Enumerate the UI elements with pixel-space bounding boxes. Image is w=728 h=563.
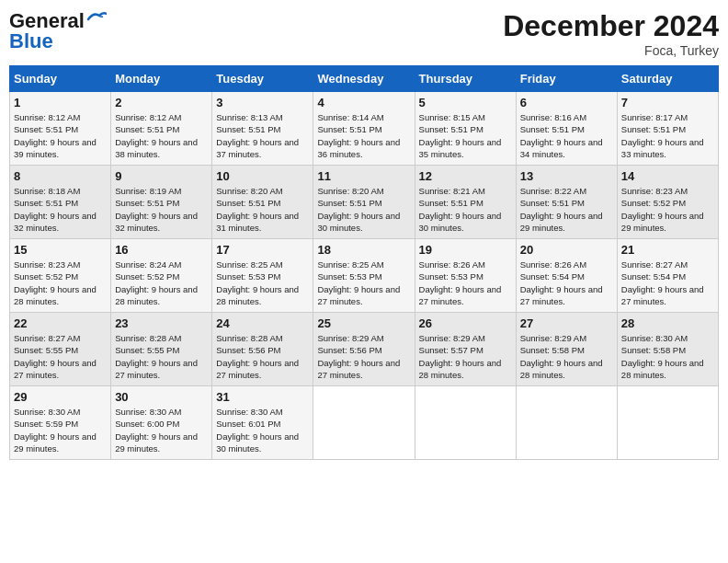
day-number: 12	[419, 169, 512, 183]
day-number: 31	[216, 390, 309, 404]
weekday-sunday: Sunday	[10, 66, 111, 92]
day-number: 4	[317, 96, 410, 109]
day-number: 22	[14, 316, 107, 330]
day-number: 18	[317, 243, 410, 257]
calendar-cell: 26Sunrise: 8:29 AMSunset: 5:57 PMDayligh…	[415, 313, 516, 386]
calendar-cell: 24Sunrise: 8:28 AMSunset: 5:56 PMDayligh…	[212, 313, 313, 386]
weekday-header-row: SundayMondayTuesdayWednesdayThursdayFrid…	[10, 66, 719, 92]
day-info: Sunrise: 8:27 AMSunset: 5:55 PMDaylight:…	[14, 332, 107, 381]
calendar-cell: 31Sunrise: 8:30 AMSunset: 6:01 PMDayligh…	[212, 386, 313, 460]
calendar-cell: 21Sunrise: 8:27 AMSunset: 5:54 PMDayligh…	[617, 239, 718, 313]
day-info: Sunrise: 8:29 AMSunset: 5:56 PMDaylight:…	[317, 332, 410, 381]
weekday-wednesday: Wednesday	[313, 66, 415, 92]
day-number: 15	[14, 243, 107, 257]
day-info: Sunrise: 8:25 AMSunset: 5:53 PMDaylight:…	[317, 259, 410, 307]
day-number: 28	[621, 316, 714, 330]
day-info: Sunrise: 8:30 AMSunset: 6:00 PMDaylight:…	[115, 406, 208, 454]
calendar-week-1: 1Sunrise: 8:12 AMSunset: 5:51 PMDaylight…	[10, 92, 719, 166]
calendar-cell: 22Sunrise: 8:27 AMSunset: 5:55 PMDayligh…	[10, 313, 111, 386]
day-number: 19	[419, 243, 512, 257]
calendar-table: SundayMondayTuesdayWednesdayThursdayFrid…	[9, 65, 719, 460]
day-number: 27	[520, 316, 613, 330]
calendar-cell: 5Sunrise: 8:15 AMSunset: 5:51 PMDaylight…	[415, 92, 516, 166]
weekday-tuesday: Tuesday	[212, 66, 313, 92]
day-info: Sunrise: 8:13 AMSunset: 5:51 PMDaylight:…	[216, 111, 309, 160]
logo-bird-icon	[86, 10, 107, 25]
calendar-cell: 23Sunrise: 8:28 AMSunset: 5:55 PMDayligh…	[111, 313, 212, 386]
calendar-cell: 8Sunrise: 8:18 AMSunset: 5:51 PMDaylight…	[10, 166, 111, 239]
day-info: Sunrise: 8:27 AMSunset: 5:54 PMDaylight:…	[621, 259, 714, 307]
calendar-week-5: 29Sunrise: 8:30 AMSunset: 5:59 PMDayligh…	[10, 386, 719, 460]
day-number: 7	[621, 96, 714, 109]
calendar-cell: 3Sunrise: 8:13 AMSunset: 5:51 PMDaylight…	[212, 92, 313, 166]
calendar-cell: 28Sunrise: 8:30 AMSunset: 5:58 PMDayligh…	[617, 313, 718, 386]
day-number: 11	[317, 169, 410, 183]
calendar-week-3: 15Sunrise: 8:23 AMSunset: 5:52 PMDayligh…	[10, 239, 719, 313]
day-info: Sunrise: 8:15 AMSunset: 5:51 PMDaylight:…	[419, 111, 512, 160]
day-info: Sunrise: 8:29 AMSunset: 5:57 PMDaylight:…	[419, 332, 512, 381]
calendar-cell: 4Sunrise: 8:14 AMSunset: 5:51 PMDaylight…	[313, 92, 415, 166]
calendar-cell: 12Sunrise: 8:21 AMSunset: 5:51 PMDayligh…	[415, 166, 516, 239]
calendar-week-2: 8Sunrise: 8:18 AMSunset: 5:51 PMDaylight…	[10, 166, 719, 239]
day-number: 9	[115, 169, 208, 183]
page-header: General Blue December 2024 Foca, Turkey	[9, 9, 719, 58]
calendar-cell: 11Sunrise: 8:20 AMSunset: 5:51 PMDayligh…	[313, 166, 415, 239]
day-info: Sunrise: 8:28 AMSunset: 5:56 PMDaylight:…	[216, 332, 309, 381]
calendar-cell: 18Sunrise: 8:25 AMSunset: 5:53 PMDayligh…	[313, 239, 415, 313]
day-info: Sunrise: 8:30 AMSunset: 5:59 PMDaylight:…	[14, 406, 107, 454]
day-number: 30	[115, 390, 208, 404]
day-number: 20	[520, 243, 613, 257]
calendar-cell: 17Sunrise: 8:25 AMSunset: 5:53 PMDayligh…	[212, 239, 313, 313]
calendar-body: 1Sunrise: 8:12 AMSunset: 5:51 PMDaylight…	[10, 92, 719, 460]
calendar-cell: 9Sunrise: 8:19 AMSunset: 5:51 PMDaylight…	[111, 166, 212, 239]
day-number: 29	[14, 390, 107, 404]
calendar-cell: 25Sunrise: 8:29 AMSunset: 5:56 PMDayligh…	[313, 313, 415, 386]
day-info: Sunrise: 8:16 AMSunset: 5:51 PMDaylight:…	[520, 111, 613, 160]
day-info: Sunrise: 8:12 AMSunset: 5:51 PMDaylight:…	[14, 111, 107, 160]
day-info: Sunrise: 8:21 AMSunset: 5:51 PMDaylight:…	[419, 185, 512, 234]
logo-blue: Blue	[9, 29, 53, 53]
calendar-cell: 7Sunrise: 8:17 AMSunset: 5:51 PMDaylight…	[617, 92, 718, 166]
day-number: 13	[520, 169, 613, 183]
calendar-cell	[516, 386, 617, 460]
calendar-cell: 14Sunrise: 8:23 AMSunset: 5:52 PMDayligh…	[617, 166, 718, 239]
day-info: Sunrise: 8:19 AMSunset: 5:51 PMDaylight:…	[115, 185, 208, 234]
day-number: 21	[621, 243, 714, 257]
calendar-cell: 15Sunrise: 8:23 AMSunset: 5:52 PMDayligh…	[10, 239, 111, 313]
calendar-cell: 16Sunrise: 8:24 AMSunset: 5:52 PMDayligh…	[111, 239, 212, 313]
day-number: 25	[317, 316, 410, 330]
weekday-thursday: Thursday	[415, 66, 516, 92]
title-area: December 2024 Foca, Turkey	[503, 9, 719, 58]
calendar-cell	[415, 386, 516, 460]
day-number: 6	[520, 96, 613, 109]
weekday-friday: Friday	[516, 66, 617, 92]
location: Foca, Turkey	[503, 43, 719, 58]
weekday-monday: Monday	[111, 66, 212, 92]
day-info: Sunrise: 8:26 AMSunset: 5:54 PMDaylight:…	[520, 259, 613, 307]
calendar-cell: 10Sunrise: 8:20 AMSunset: 5:51 PMDayligh…	[212, 166, 313, 239]
calendar-cell: 19Sunrise: 8:26 AMSunset: 5:53 PMDayligh…	[415, 239, 516, 313]
day-info: Sunrise: 8:30 AMSunset: 5:58 PMDaylight:…	[621, 332, 714, 381]
day-info: Sunrise: 8:22 AMSunset: 5:51 PMDaylight:…	[520, 185, 613, 234]
day-number: 3	[216, 96, 309, 109]
day-number: 24	[216, 316, 309, 330]
day-info: Sunrise: 8:14 AMSunset: 5:51 PMDaylight:…	[317, 111, 410, 160]
day-number: 16	[115, 243, 208, 257]
day-info: Sunrise: 8:23 AMSunset: 5:52 PMDaylight:…	[621, 185, 714, 234]
day-number: 14	[621, 169, 714, 183]
calendar-cell: 1Sunrise: 8:12 AMSunset: 5:51 PMDaylight…	[10, 92, 111, 166]
calendar-cell	[617, 386, 718, 460]
day-number: 26	[419, 316, 512, 330]
day-info: Sunrise: 8:24 AMSunset: 5:52 PMDaylight:…	[115, 259, 208, 307]
day-info: Sunrise: 8:20 AMSunset: 5:51 PMDaylight:…	[317, 185, 410, 234]
calendar-cell: 29Sunrise: 8:30 AMSunset: 5:59 PMDayligh…	[10, 386, 111, 460]
calendar-cell: 20Sunrise: 8:26 AMSunset: 5:54 PMDayligh…	[516, 239, 617, 313]
day-info: Sunrise: 8:12 AMSunset: 5:51 PMDaylight:…	[115, 111, 208, 160]
day-info: Sunrise: 8:18 AMSunset: 5:51 PMDaylight:…	[14, 185, 107, 234]
calendar-week-4: 22Sunrise: 8:27 AMSunset: 5:55 PMDayligh…	[10, 313, 719, 386]
day-info: Sunrise: 8:25 AMSunset: 5:53 PMDaylight:…	[216, 259, 309, 307]
calendar-cell: 27Sunrise: 8:29 AMSunset: 5:58 PMDayligh…	[516, 313, 617, 386]
day-info: Sunrise: 8:29 AMSunset: 5:58 PMDaylight:…	[520, 332, 613, 381]
day-info: Sunrise: 8:23 AMSunset: 5:52 PMDaylight:…	[14, 259, 107, 307]
logo: General Blue	[9, 9, 107, 53]
